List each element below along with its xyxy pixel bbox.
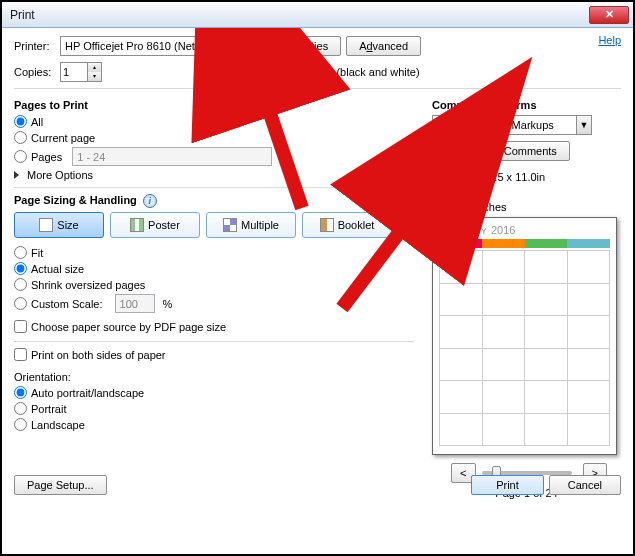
orientation-title: Orientation: (14, 371, 414, 383)
poster-button[interactable]: Poster (110, 212, 200, 238)
custom-scale-radio[interactable]: Custom Scale: 100% (14, 294, 414, 313)
grayscale-checkbox[interactable]: Print in grayscale (black and white) (232, 66, 420, 79)
window-title: Print (6, 8, 589, 22)
calendar-header (439, 239, 610, 248)
multiple-icon (223, 218, 237, 232)
calendar-year: 2016 (491, 224, 515, 236)
spin-up-icon[interactable]: ▴ (88, 63, 101, 72)
properties-button[interactable]: PPropertiesroperties (265, 36, 341, 56)
triangle-right-icon (14, 171, 19, 179)
scale-input[interactable]: 100 (115, 294, 155, 313)
summarize-comments-button[interactable]: Summarize CommentsSummarize Comments (432, 141, 570, 161)
fit-radio[interactable]: Fit (14, 246, 414, 259)
printer-select[interactable]: HP Officejet Pro 8610 (Network) ▼ (60, 36, 260, 56)
print-button[interactable]: Print (471, 475, 544, 495)
more-options-toggle[interactable]: More Options (14, 169, 414, 181)
spin-down-icon[interactable]: ▾ (88, 72, 101, 81)
page-preview: JANUARY 2016 (432, 217, 617, 455)
pages-range-radio[interactable]: Pages 1 - 24 (14, 147, 414, 166)
copies-input[interactable] (61, 64, 87, 80)
poster-icon (130, 218, 144, 232)
advanced-button[interactable]: AdvancedAdvanced (346, 36, 421, 56)
booklet-button[interactable]: Booklet (302, 212, 392, 238)
titlebar: Print ✕ (2, 2, 633, 28)
info-icon[interactable]: i (143, 194, 157, 208)
document-size-label: Document: 8.5 x 11.0in (432, 171, 621, 183)
orient-landscape-radio[interactable]: Landscape (14, 418, 414, 431)
help-link[interactable]: Help (598, 34, 621, 46)
page-setup-button[interactable]: Page Setup... (14, 475, 107, 495)
copies-spinner[interactable]: ▴▾ (60, 62, 102, 82)
grayscale-check[interactable] (232, 66, 245, 79)
printer-selected: HP Officejet Pro 8610 (Network) (65, 40, 240, 52)
printer-label: Printer: (14, 40, 60, 52)
close-button[interactable]: ✕ (589, 6, 629, 24)
sizing-title: Page Sizing & Handlingi (14, 194, 414, 208)
orient-auto-radio[interactable]: Auto portrait/landscape (14, 386, 414, 399)
size-button[interactable]: Size (14, 212, 104, 238)
booklet-icon (320, 218, 334, 232)
pages-range-input[interactable]: 1 - 24 (72, 147, 272, 166)
calendar-month: JANUARY (439, 226, 488, 236)
chevron-down-icon: ▼ (244, 37, 259, 55)
pages-current-radio[interactable]: Current page (14, 131, 414, 144)
preview-size-label: 8.5 x 11 Inches (432, 201, 621, 213)
actual-radio[interactable]: Actual size (14, 262, 414, 275)
duplex-checkbox[interactable]: Print on both sides of paper (14, 348, 166, 361)
pages-to-print-title: Pages to Print (14, 99, 414, 111)
calendar-grid (439, 250, 610, 446)
size-icon (39, 218, 53, 232)
copies-label: Copies: (14, 66, 60, 78)
orient-portrait-radio[interactable]: Portrait (14, 402, 414, 415)
pages-all-radio[interactable]: All (14, 115, 414, 128)
multiple-button[interactable]: Multiple (206, 212, 296, 238)
grayscale-label: Print in grayscale (black and white) (249, 66, 420, 78)
cancel-button[interactable]: Cancel (549, 475, 621, 495)
shrink-radio[interactable]: Shrink oversized pages (14, 278, 414, 291)
choose-paper-checkbox[interactable]: Choose paper source by PDF page size (14, 320, 226, 333)
comments-select[interactable]: Document and Markups ▼ (432, 115, 592, 135)
chevron-down-icon: ▼ (576, 116, 591, 134)
comments-title: Comments & Forms (432, 99, 621, 111)
